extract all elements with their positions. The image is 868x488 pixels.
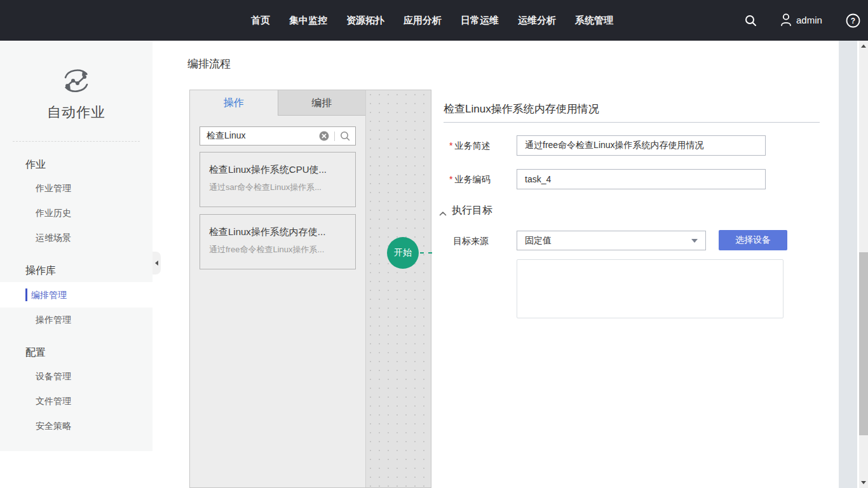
tab-operations[interactable]: 操作 bbox=[190, 90, 278, 116]
operation-list-panel: 操作 编排 检查Linux操作系统CPU使... 通过sar命令检查Linux操… bbox=[190, 90, 366, 487]
nav-item-system-mgmt[interactable]: 系统管理 bbox=[575, 15, 613, 27]
operation-search-input[interactable] bbox=[200, 131, 319, 141]
flow-editor: 操作 编排 检查Linux操作系统CPU使... 通过sar命令检查Linux操… bbox=[189, 90, 431, 488]
scroll-down-arrow-icon[interactable] bbox=[861, 481, 866, 484]
sidebar-item-job-history[interactable]: 作业历史 bbox=[36, 208, 71, 219]
nav-item-central-monitoring[interactable]: 集中监控 bbox=[289, 15, 327, 27]
business-code-input[interactable] bbox=[517, 169, 766, 189]
operation-search-box bbox=[200, 126, 356, 146]
sidebar-item-operation-management[interactable]: 操作管理 bbox=[36, 315, 71, 326]
detail-title-divider bbox=[444, 122, 820, 123]
panel-scroll-track bbox=[839, 41, 857, 488]
search-icon[interactable] bbox=[340, 131, 350, 141]
sidebar-section-jobs: 作业 bbox=[25, 158, 46, 172]
sidebar-section-configuration: 配置 bbox=[25, 346, 46, 360]
sidebar-item-file-management[interactable]: 文件管理 bbox=[36, 396, 71, 407]
active-indicator-bar bbox=[25, 288, 27, 301]
sidebar: 自动作业 作业 作业管理 作业历史 运维场景 操作库 编排管理 操作管理 配置 … bbox=[0, 41, 153, 451]
tab-orchestration[interactable]: 编排 bbox=[278, 90, 366, 116]
main-menu: 首页 集中监控 资源拓扑 应用分析 日常运维 运维分析 系统管理 bbox=[251, 0, 613, 41]
sidebar-section-operation-library: 操作库 bbox=[25, 264, 56, 278]
nav-item-app-analysis[interactable]: 应用分析 bbox=[403, 15, 442, 27]
nav-item-daily-ops[interactable]: 日常运维 bbox=[461, 15, 499, 27]
business-summary-input[interactable] bbox=[517, 135, 766, 156]
scroll-up-arrow-icon[interactable] bbox=[861, 44, 866, 48]
vertical-scrollbar[interactable] bbox=[859, 41, 868, 488]
field-label-business-code: *业务编码 bbox=[449, 174, 490, 186]
selected-devices-box bbox=[517, 259, 783, 318]
detail-panel-title: 检查Linux操作系统内存使用情况 bbox=[444, 102, 599, 116]
chevron-down-icon bbox=[691, 239, 698, 243]
sidebar-item-security-policy[interactable]: 安全策略 bbox=[36, 421, 71, 432]
collapse-section-chevron-up-icon[interactable] bbox=[439, 207, 447, 219]
start-node[interactable]: 开始 bbox=[387, 237, 419, 269]
sidebar-item-job-management[interactable]: 作业管理 bbox=[36, 183, 71, 194]
flow-canvas[interactable]: 开始 bbox=[366, 90, 431, 487]
user-menu[interactable]: admin bbox=[780, 13, 822, 27]
sidebar-divider bbox=[13, 141, 140, 142]
search-icon[interactable] bbox=[745, 15, 757, 29]
sidebar-item-device-management[interactable]: 设备管理 bbox=[36, 371, 71, 383]
scrollbar-thumb[interactable] bbox=[859, 252, 868, 435]
search-separator bbox=[334, 132, 335, 141]
operation-card-cpu-check[interactable]: 检查Linux操作系统CPU使... 通过sar命令检查Linux操作系... bbox=[200, 152, 356, 207]
start-node-connector bbox=[420, 252, 432, 254]
clear-icon[interactable] bbox=[319, 131, 329, 141]
section-title-execution-target[interactable]: 执行目标 bbox=[452, 204, 492, 217]
page-title: 编排流程 bbox=[187, 57, 231, 71]
required-marker: * bbox=[449, 174, 452, 184]
top-nav: 首页 集中监控 资源拓扑 应用分析 日常运维 运维分析 系统管理 admin ? bbox=[0, 0, 868, 41]
svg-text:?: ? bbox=[851, 17, 855, 25]
select-device-button[interactable]: 选择设备 bbox=[719, 230, 787, 250]
sidebar-item-orchestration-management[interactable]: 编排管理 bbox=[0, 282, 153, 308]
user-name-label: admin bbox=[796, 15, 822, 25]
help-icon[interactable]: ? bbox=[846, 13, 860, 30]
field-label-business-summary: *业务简述 bbox=[449, 140, 490, 152]
nav-item-home[interactable]: 首页 bbox=[251, 15, 270, 27]
nav-item-resource-topology[interactable]: 资源拓扑 bbox=[346, 15, 384, 27]
required-marker: * bbox=[449, 140, 452, 151]
user-icon bbox=[780, 13, 792, 27]
nav-item-ops-analysis[interactable]: 运维分析 bbox=[518, 15, 556, 27]
operation-card-memory-check[interactable]: 检查Linux操作系统内存使... 通过free命令检查Linux操作系... bbox=[200, 214, 356, 269]
chevron-left-icon bbox=[155, 261, 158, 266]
target-source-select[interactable]: 固定值 bbox=[517, 231, 706, 250]
field-label-target-source: 目标来源 bbox=[453, 236, 489, 247]
app-logo-cloud-sync-chart-icon bbox=[55, 61, 97, 105]
app-title: 自动作业 bbox=[0, 103, 153, 122]
sidebar-item-ops-scenarios[interactable]: 运维场景 bbox=[36, 233, 71, 244]
panel-tabs: 操作 编排 bbox=[190, 90, 365, 116]
sidebar-collapse-handle[interactable] bbox=[153, 252, 161, 274]
